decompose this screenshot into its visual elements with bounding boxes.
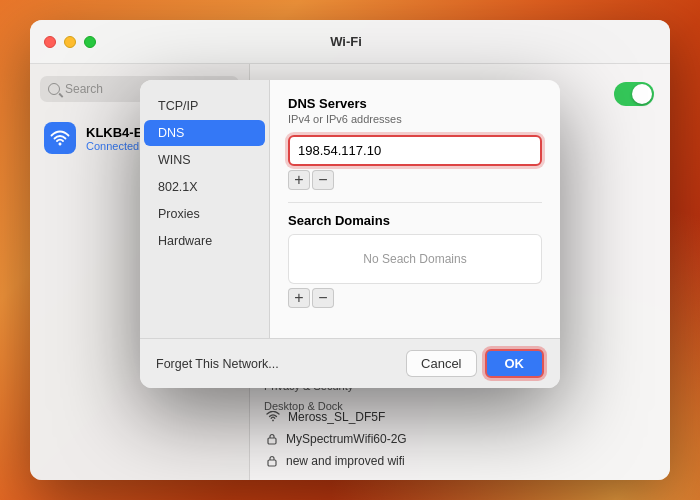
traffic-lights <box>44 36 96 48</box>
list-item-1[interactable]: MySpectrumWifi60-2G <box>266 428 654 450</box>
domains-add-remove-row: + − <box>288 288 542 308</box>
dns-input-container <box>288 135 542 166</box>
domains-remove-button[interactable]: − <box>312 288 334 308</box>
main-window: Wi-Fi Search KLKB4-Eero <box>30 20 670 480</box>
dns-section-subtitle: IPv4 or IPv6 addresses <box>288 113 542 125</box>
modal-inner: TCP/IP DNS WINS 802.1X Proxies Hardware … <box>140 80 560 338</box>
list-item-2[interactable]: new and improved wifi <box>266 450 654 472</box>
title-bar: Wi-Fi <box>30 20 670 64</box>
search-icon <box>48 83 60 95</box>
dns-remove-button[interactable]: − <box>312 170 334 190</box>
domains-add-button[interactable]: + <box>288 288 310 308</box>
panel-item-8021x[interactable]: 802.1X <box>144 174 265 200</box>
panel-item-wins[interactable]: WINS <box>144 147 265 173</box>
domains-box: No Seach Domains <box>288 234 542 284</box>
svg-rect-1 <box>268 460 276 466</box>
forget-network-button[interactable]: Forget This Network... <box>156 357 279 371</box>
close-button[interactable] <box>44 36 56 48</box>
minimize-button[interactable] <box>64 36 76 48</box>
search-placeholder: Search <box>65 82 103 96</box>
no-domains-text: No Seach Domains <box>363 252 466 266</box>
panel-item-proxies[interactable]: Proxies <box>144 201 265 227</box>
wifi-toggle[interactable] <box>614 82 654 106</box>
cancel-button[interactable]: Cancel <box>406 350 476 377</box>
modal-right-content: DNS Servers IPv4 or IPv6 addresses + − S… <box>270 80 560 338</box>
svg-rect-0 <box>268 438 276 444</box>
search-domains-title: Search Domains <box>288 213 542 228</box>
dns-input[interactable] <box>290 137 540 164</box>
panel-item-hardware[interactable]: Hardware <box>144 228 265 254</box>
window-title: Wi-Fi <box>96 34 596 49</box>
modal-left-panel: TCP/IP DNS WINS 802.1X Proxies Hardware <box>140 80 270 338</box>
dns-add-remove-row: + − <box>288 170 542 190</box>
network-list-name-1: MySpectrumWifi60-2G <box>286 432 407 446</box>
ok-button[interactable]: OK <box>485 349 545 378</box>
network-list-name-2: new and improved wifi <box>286 454 405 468</box>
maximize-button[interactable] <box>84 36 96 48</box>
network-icon <box>44 122 76 154</box>
panel-item-dns[interactable]: DNS <box>144 120 265 146</box>
panel-item-tcp[interactable]: TCP/IP <box>144 93 265 119</box>
dns-modal: TCP/IP DNS WINS 802.1X Proxies Hardware … <box>140 80 560 388</box>
sidebar-item-desktop[interactable]: Desktop & Dock <box>250 396 380 416</box>
dns-add-button[interactable]: + <box>288 170 310 190</box>
section-divider <box>288 202 542 203</box>
modal-footer: Forget This Network... Cancel OK <box>140 338 560 388</box>
dns-section-title: DNS Servers <box>288 96 542 111</box>
